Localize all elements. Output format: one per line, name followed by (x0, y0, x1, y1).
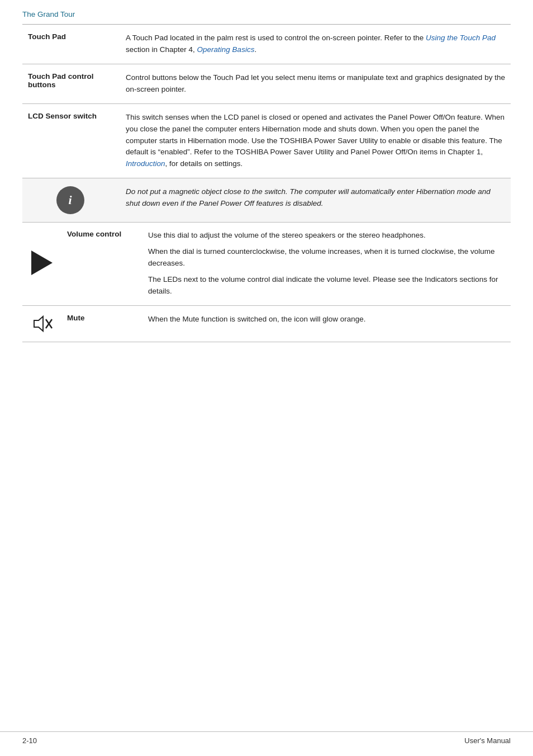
table-row: Mute When the Mute function is switched … (22, 305, 511, 342)
term-volume: Volume control (61, 222, 142, 305)
link-operating-basics[interactable]: Operating Basics (197, 45, 255, 54)
term-touch-pad: Touch Pad (22, 25, 120, 64)
def-volume: Use this dial to adjust the volume of th… (142, 222, 511, 305)
chapter-title: The Grand Tour (22, 10, 75, 18)
def-lcd-sensor: This switch senses when the LCD panel is… (120, 103, 511, 178)
volume-icon (31, 251, 53, 275)
page-header: The Grand Tour (0, 0, 533, 24)
note-text: Do not put a magnetic object close to th… (120, 178, 511, 223)
page-footer: 2-10 User's Manual (0, 731, 533, 745)
note-row: i Do not put a magnetic object close to … (22, 178, 511, 223)
manual-title: User's Manual (464, 736, 511, 745)
table-row: LCD Sensor switch This switch senses whe… (22, 103, 511, 178)
note-icon-cell: i (22, 178, 120, 223)
page-container: The Grand Tour Touch Pad A Touch Pad loc… (0, 0, 533, 756)
icon-table: Volume control Use this dial to adjust t… (22, 222, 511, 342)
info-icon: i (56, 186, 84, 214)
volume-icon-cell (22, 222, 61, 305)
main-table: Touch Pad A Touch Pad located in the pal… (22, 25, 511, 223)
table-row: Touch Pad A Touch Pad located in the pal… (22, 25, 511, 64)
link-introduction[interactable]: Introduction (126, 159, 165, 168)
link-using-touch-pad[interactable]: Using the Touch Pad (426, 34, 496, 42)
table-row: Volume control Use this dial to adjust t… (22, 222, 511, 305)
def-touch-pad-control: Control buttons below the Touch Pad let … (120, 64, 511, 103)
term-touch-pad-control: Touch Pad control buttons (22, 64, 120, 103)
mute-svg (31, 314, 53, 334)
content-area: Touch Pad A Touch Pad located in the pal… (0, 24, 533, 376)
mute-icon (28, 314, 56, 334)
table-row: Touch Pad control buttons Control button… (22, 64, 511, 103)
page-number: 2-10 (22, 736, 37, 745)
def-mute: When the Mute function is switched on, t… (142, 305, 511, 342)
svg-marker-0 (34, 316, 43, 331)
def-touch-pad: A Touch Pad located in the palm rest is … (120, 25, 511, 64)
term-lcd-sensor: LCD Sensor switch (22, 103, 120, 178)
mute-icon-cell (22, 305, 61, 342)
term-mute: Mute (61, 305, 142, 342)
